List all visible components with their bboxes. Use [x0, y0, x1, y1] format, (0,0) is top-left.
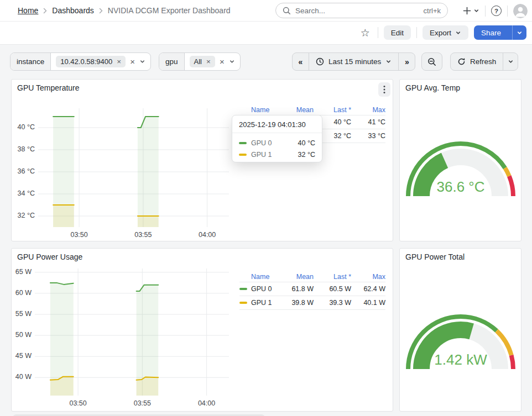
clock-icon [316, 57, 324, 66]
series-swatch [239, 154, 247, 156]
legend-header-name[interactable]: Name [239, 106, 279, 114]
refresh-icon [457, 57, 466, 66]
time-range-button[interactable]: Last 15 minutes [309, 53, 398, 70]
search-shortcut: ctrl+k [424, 7, 441, 15]
y-axis-labels: 40 °C38 °C36 °C34 °C32 °C [12, 108, 35, 227]
tooltip-row: GPU 0 40 °C [239, 137, 315, 149]
gauge-gpu-power-total: 1.42 kW [403, 310, 518, 373]
legend-row[interactable]: GPU 0 61.8 W 60.5 W 62.4 W [239, 282, 385, 296]
time-picker-group: « Last 15 minutes » [292, 52, 415, 71]
remove-value-icon[interactable]: × [206, 58, 211, 66]
y-axis-labels: 65 W60 W55 W50 W45 W40 W [8, 268, 32, 396]
zoom-out-button[interactable] [421, 52, 442, 71]
share-dropdown-button[interactable] [512, 25, 526, 40]
series-swatch [239, 288, 247, 290]
chevron-down-icon [455, 30, 461, 36]
panel-gpu-power-usage: GPU Power Usage 65 W60 W55 W50 W45 W40 W… [11, 248, 393, 412]
tooltip-timestamp: 2025-12-19 04:01:30 [232, 115, 322, 133]
chevron-right-icon [43, 8, 47, 14]
breadcrumb-current: NVIDIA DCGM Exporter Dashboard [108, 6, 231, 15]
legend-row[interactable]: GPU 1 39.8 W 39.3 W 40.1 W [239, 296, 385, 309]
time-shift-forward-button[interactable]: » [398, 53, 415, 70]
star-icon[interactable]: ☆ [358, 28, 372, 38]
legend-header-max[interactable]: Max [351, 106, 385, 114]
x-axis-labels: 03:5003:5504:00 [38, 231, 229, 240]
divider [485, 6, 486, 17]
timeseries-gpu-power-usage[interactable]: 65 W60 W55 W50 W45 W40 W 03:5003:5504:00 [35, 268, 229, 396]
remove-value-icon[interactable]: × [117, 58, 121, 66]
series-swatch [239, 142, 247, 144]
panel-title: GPU Temperature [17, 83, 80, 92]
divider [378, 27, 378, 38]
legend-header-max[interactable]: Max [351, 273, 385, 281]
timeseries-gpu-temperature[interactable]: 40 °C38 °C36 °C34 °C32 °C 03:5003:5504:0… [38, 108, 229, 227]
legend-header-name[interactable]: Name [239, 273, 279, 281]
panel-title: GPU Avg. Temp [405, 83, 460, 92]
panel-title: GPU Power Usage [17, 252, 82, 261]
series-swatch [239, 302, 247, 304]
variable-instance: instance 10.42.0.58:9400 × × [10, 52, 151, 71]
legend-header-mean[interactable]: Mean [279, 273, 314, 281]
panel-gpu-avg-temp: GPU Avg. Temp 36.6 °C [399, 79, 521, 241]
clear-icon[interactable]: × [130, 57, 135, 66]
legend-header-mean[interactable]: Mean [279, 106, 314, 114]
panel-menu-button[interactable] [378, 82, 390, 97]
refresh-group: Refresh [450, 52, 518, 71]
top-nav: Home Dashboards NVIDIA DCGM Exporter Das… [0, 0, 532, 22]
nav-actions: ? [463, 0, 528, 22]
divider [507, 6, 508, 17]
svg-text:36.6 °C: 36.6 °C [436, 178, 484, 195]
svg-text:1.42 kW: 1.42 kW [434, 351, 487, 368]
tooltip-row: GPU 1 32 °C [239, 149, 315, 160]
edit-button[interactable]: Edit [384, 25, 411, 40]
export-button[interactable]: Export [423, 25, 468, 40]
help-icon[interactable]: ? [491, 6, 502, 16]
panel-title: GPU Power Total [405, 252, 465, 261]
legend-table: Name Mean Last * Max GPU 0 61.8 W 60.5 W… [239, 271, 385, 310]
time-shift-back-button[interactable]: « [293, 53, 309, 70]
search-icon [283, 7, 291, 15]
chevron-down-icon [229, 59, 235, 65]
variable-label: instance [11, 53, 51, 70]
zoom-out-icon [422, 53, 442, 70]
refresh-interval-dropdown[interactable] [503, 53, 518, 70]
share-button[interactable]: Share [474, 25, 508, 40]
dashboard-toolbar: ☆ Edit Export Share [0, 22, 532, 44]
clear-icon[interactable]: × [220, 57, 225, 66]
chart-tooltip: 2025-12-19 04:01:30 GPU 0 40 °C GPU 1 32… [232, 115, 322, 162]
variable-value-dropdown[interactable]: 10.42.0.58:9400 × × [51, 53, 150, 70]
search-placeholder: Search... [295, 7, 325, 15]
panel-gpu-power-total: GPU Power Total 1.42 kW [399, 248, 521, 412]
chevron-down-icon [508, 59, 514, 65]
chevron-down-icon [139, 59, 145, 65]
variable-gpu: gpu All × × [159, 52, 241, 71]
variable-label: gpu [159, 53, 185, 70]
new-button[interactable] [463, 7, 479, 15]
avatar[interactable] [513, 4, 528, 18]
refresh-button[interactable]: Refresh [451, 53, 503, 70]
chevron-down-icon [473, 8, 479, 14]
variable-value-dropdown[interactable]: All × × [185, 53, 240, 70]
search-input[interactable]: Search... ctrl+k [275, 3, 448, 18]
breadcrumb-dashboards[interactable]: Dashboards [52, 6, 94, 15]
share-button-group: Share [474, 25, 526, 40]
breadcrumb-home[interactable]: Home [18, 6, 38, 15]
grafana-dashboard-page: Home Dashboards NVIDIA DCGM Exporter Das… [0, 0, 532, 416]
plus-icon [463, 7, 471, 15]
selected-value-pill: All × [190, 56, 215, 67]
legend-header-last[interactable]: Last * [314, 273, 351, 281]
chevron-right-icon [99, 8, 103, 14]
breadcrumb: Home Dashboards NVIDIA DCGM Exporter Das… [18, 0, 231, 21]
chevron-down-icon [385, 59, 392, 65]
selected-value-pill: 10.42.0.58:9400 × [56, 56, 126, 67]
gauge-gpu-avg-temp: 36.6 °C [403, 138, 518, 201]
divider [416, 27, 417, 38]
panel-gpu-temperature: GPU Temperature 40 °C38 °C36 °C34 °C32 °… [11, 79, 393, 241]
x-axis-labels: 03:5003:5504:00 [35, 399, 229, 408]
legend-header-last[interactable]: Last * [314, 106, 351, 114]
